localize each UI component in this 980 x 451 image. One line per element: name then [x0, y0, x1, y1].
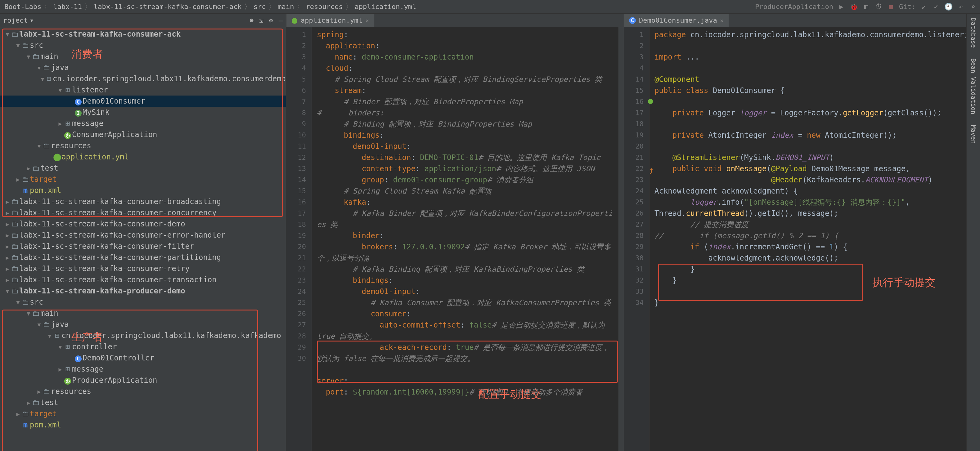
tree-row[interactable]: ▼⊞listener	[0, 84, 286, 95]
chevron-icon[interactable]: ▼	[4, 288, 11, 294]
tool-maven[interactable]: Maven	[969, 121, 978, 148]
breadcrumb-file[interactable]: application.yml	[353, 3, 418, 11]
close-icon[interactable]: ✕	[366, 17, 369, 24]
tree-row[interactable]: ▼🗀java	[0, 319, 286, 330]
expand-icon[interactable]: ⇲	[259, 16, 263, 24]
chevron-icon[interactable]: ▼	[36, 65, 42, 71]
vcs-rollback-icon[interactable]: ↶	[956, 3, 965, 11]
locate-icon[interactable]: ⊕	[250, 16, 253, 24]
hide-icon[interactable]: —	[279, 16, 283, 24]
tree-row[interactable]: ▼🗀resources	[0, 140, 286, 151]
tree-row[interactable]: ▼🗀java	[0, 62, 286, 73]
chevron-icon[interactable]: ▼	[15, 299, 21, 305]
chevron-icon[interactable]: ▼	[15, 42, 21, 49]
chevron-icon[interactable]: ▶	[4, 199, 11, 205]
breadcrumb-item[interactable]: src	[252, 3, 268, 11]
breadcrumb-item[interactable]: main	[276, 3, 296, 11]
tree-row[interactable]: ▶🗀target	[0, 174, 286, 185]
breadcrumb-item[interactable]: labx-11	[51, 3, 84, 11]
tree-row[interactable]: ▶🗀labx-11-sc-stream-kafka-consumer-broad…	[0, 196, 286, 207]
breadcrumb-item[interactable]: resources	[304, 3, 345, 11]
chevron-down-icon[interactable]: ▾	[29, 16, 33, 24]
tree-row[interactable]: ▼🗀src	[0, 40, 286, 51]
gear-icon[interactable]: ⚙	[269, 16, 273, 24]
tree-row[interactable]: ▶🗀test	[0, 397, 286, 408]
vcs-update-icon[interactable]: ↙	[919, 3, 928, 11]
tool-bean-validation[interactable]: Bean Validation	[969, 54, 978, 119]
code-left[interactable]: spring: application: name: demo-consumer…	[312, 27, 618, 451]
tree-row[interactable]: ▶🗀resources	[0, 386, 286, 397]
breadcrumb-item[interactable]: labx-11-sc-stream-kafka-consumer-ack	[92, 3, 243, 11]
tree-row[interactable]: ⏻ConsumerApplication	[0, 129, 286, 140]
tab-demo01consumer[interactable]: C Demo01Consumer.java ✕	[624, 14, 729, 27]
tree-row[interactable]: ▼🗀labx-11-sc-stream-kafka-producer-demo	[0, 285, 286, 297]
tree-row[interactable]: ▼⊞cn.iocoder.springcloud.labx11.kafkadem…	[0, 330, 286, 341]
chevron-icon[interactable]: ▶	[4, 277, 11, 283]
tree-row[interactable]: ▶🗀labx-11-sc-stream-kafka-consumer-parti…	[0, 252, 286, 263]
chevron-icon[interactable]: ▼	[46, 332, 53, 339]
tree-row[interactable]: ▶🗀labx-11-sc-stream-kafka-consumer-error…	[0, 230, 286, 241]
tree-row[interactable]: ▶🗀labx-11-sc-stream-kafka-consumer-concu…	[0, 207, 286, 218]
gutter-right[interactable]: 1234141516171819202122⤴23242526272829303…	[624, 27, 649, 451]
chevron-icon[interactable]: ▶	[4, 265, 11, 272]
tree-row[interactable]: ▶⊞message	[0, 118, 286, 129]
run-config-dropdown[interactable]: ProducerApplication	[755, 3, 833, 11]
tree-row[interactable]: ▶🗀labx-11-sc-stream-kafka-consumer-trans…	[0, 274, 286, 285]
tree-row[interactable]: ▶🗀labx-11-sc-stream-kafka-consumer-demo	[0, 218, 286, 230]
vcs-commit-icon[interactable]: ✓	[932, 3, 940, 11]
tree-row[interactable]: CDemo01Consumer	[0, 95, 286, 107]
tree-row[interactable]: ▼🗀main	[0, 308, 286, 319]
close-icon[interactable]: ✕	[720, 17, 724, 24]
chevron-icon[interactable]: ▶	[4, 254, 11, 261]
tree-row[interactable]: ▼🗀main	[0, 51, 286, 62]
tree-row[interactable]: ⬤application.yml	[0, 151, 286, 162]
chevron-icon[interactable]: ▶	[4, 232, 11, 238]
chevron-icon[interactable]: ▼	[25, 310, 32, 317]
tree-row[interactable]: IMySink	[0, 107, 286, 118]
chevron-icon[interactable]: ▼	[25, 53, 32, 60]
vcs-history-icon[interactable]: 🕘	[944, 3, 953, 11]
tool-database[interactable]: Database	[969, 14, 978, 52]
chevron-icon[interactable]: ▶	[36, 388, 42, 395]
tree-row[interactable]: ▶🗀target	[0, 408, 286, 419]
chevron-icon[interactable]: ▶	[57, 366, 63, 373]
tree-row[interactable]: ▼🗀labx-11-sc-stream-kafka-consumer-ack	[0, 29, 286, 40]
tree-row[interactable]: mpom.xml	[0, 185, 286, 196]
breadcrumb-root[interactable]: Boot-Labs	[3, 3, 43, 11]
chevron-icon[interactable]: ▶	[57, 120, 63, 127]
project-header[interactable]: roject ▾ ⊕ ⇲ ⚙ —	[0, 14, 286, 27]
chevron-icon[interactable]: ▶	[4, 210, 11, 216]
search-icon[interactable]: ⌕	[969, 3, 977, 11]
run-icon[interactable]: ▶	[837, 3, 846, 11]
chevron-icon[interactable]: ▶	[15, 411, 21, 417]
debug-icon[interactable]: 🐞	[850, 3, 858, 11]
code-right[interactable]: package cn.iocoder.springcloud.labx11.ka…	[649, 27, 974, 451]
chevron-icon[interactable]: ▶	[4, 221, 11, 227]
chevron-icon[interactable]: ▶	[25, 400, 32, 406]
tree-row[interactable]: ▶🗀labx-11-sc-stream-kafka-consumer-filte…	[0, 241, 286, 252]
chevron-icon[interactable]: ▶	[25, 165, 32, 172]
chevron-icon[interactable]: ▶	[15, 176, 21, 183]
coverage-icon[interactable]: ◧	[862, 3, 870, 11]
stop-icon[interactable]: ■	[886, 3, 895, 11]
tree-row[interactable]: mpom.xml	[0, 419, 286, 430]
chevron-icon[interactable]: ▼	[57, 87, 63, 94]
tree-row[interactable]: ▼⊞controller	[0, 341, 286, 353]
gutter-left[interactable]: 1234567891011121314151617181920212223242…	[286, 27, 312, 451]
chevron-icon[interactable]: ▼	[36, 143, 42, 149]
tree-row[interactable]: ▶🗀test	[0, 162, 286, 174]
chevron-icon[interactable]: ▼	[4, 31, 11, 38]
tree-row[interactable]: ▼🗀src	[0, 297, 286, 308]
tree-row[interactable]: ⏻ProducerApplication	[0, 375, 286, 386]
error-stripe[interactable]	[618, 27, 624, 451]
tree-row[interactable]: CDemo01Controller	[0, 353, 286, 364]
chevron-icon[interactable]: ▼	[36, 321, 42, 328]
chevron-icon[interactable]: ▶	[4, 243, 11, 250]
tree-row[interactable]: ▼⊞cn.iocoder.springcloud.labx11.kafkadem…	[0, 73, 286, 84]
tree-row[interactable]: ▶⊞message	[0, 364, 286, 375]
profile-icon[interactable]: ⏱	[874, 3, 883, 11]
tab-application-yml[interactable]: ⬤ application.yml ✕	[286, 14, 374, 27]
chevron-icon[interactable]: ▼	[40, 76, 45, 82]
tree-row[interactable]: ▶🗀labx-11-sc-stream-kafka-consumer-retry	[0, 263, 286, 274]
project-tree[interactable]: ▼🗀labx-11-sc-stream-kafka-consumer-ack▼🗀…	[0, 27, 286, 432]
